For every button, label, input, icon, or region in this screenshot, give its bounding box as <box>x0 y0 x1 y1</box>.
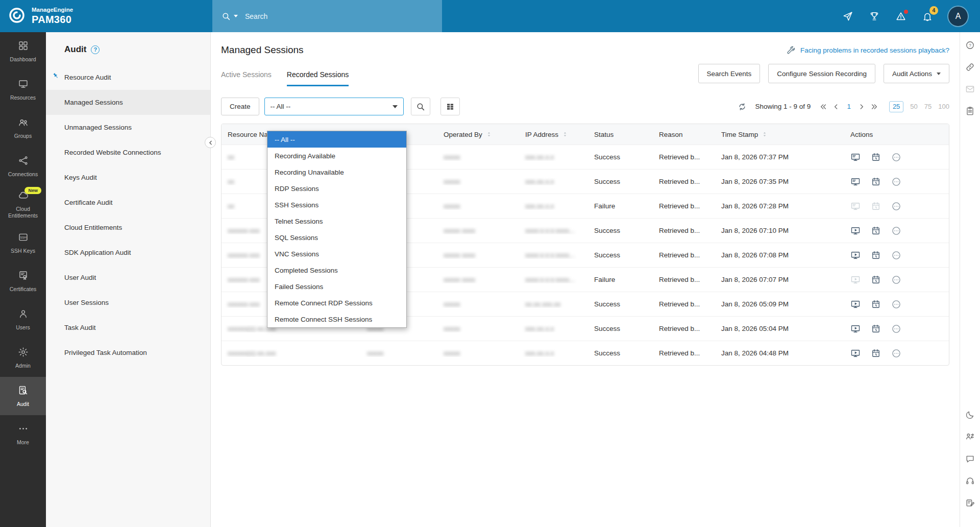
nav-item-admin[interactable]: Admin <box>0 339 46 377</box>
calendar-clock-icon[interactable] <box>871 299 881 309</box>
more-circle-icon[interactable] <box>891 152 901 162</box>
chat-icon[interactable] <box>965 454 975 464</box>
global-search-input[interactable]: Search <box>212 0 442 32</box>
user-avatar[interactable]: A <box>948 7 968 26</box>
page-size-75[interactable]: 75 <box>924 103 932 110</box>
configure-session-recording-button[interactable]: Configure Session Recording <box>768 64 875 83</box>
calendar-clock-icon[interactable] <box>871 177 881 187</box>
filter-option-remote-connect-ssh-sessions[interactable]: Remote Connect SSH Sessions <box>267 311 406 327</box>
refresh-icon[interactable] <box>738 102 747 111</box>
session-filter-select[interactable]: -- All -- <box>264 98 404 115</box>
audit-menu-item-unmanaged-sessions[interactable]: Unmanaged Sessions <box>46 115 210 140</box>
more-circle-icon[interactable] <box>891 299 901 309</box>
calendar-clock-icon[interactable] <box>871 275 881 285</box>
moon-icon[interactable] <box>965 410 975 420</box>
filter-option-recording-unavailable[interactable]: Recording Unavailable <box>267 164 406 180</box>
audit-menu-item-managed-sessions[interactable]: Managed Sessions <box>46 90 210 115</box>
trophy-icon[interactable] <box>869 11 880 22</box>
help-icon[interactable]: ? <box>91 45 100 54</box>
playback-help-link[interactable]: Facing problems in recorded sessions pla… <box>786 45 949 55</box>
filter-option-recording-available[interactable]: Recording Available <box>267 148 406 164</box>
nav-item-certificates[interactable]: Certificates <box>0 262 46 300</box>
first-page-icon[interactable] <box>819 103 827 111</box>
more-circle-icon[interactable] <box>891 348 901 358</box>
monitor-play-icon[interactable] <box>850 348 861 358</box>
clipboard-icon[interactable] <box>965 106 975 116</box>
more-circle-icon[interactable] <box>891 275 901 285</box>
headset-icon[interactable] <box>965 476 975 486</box>
user-flow-icon[interactable] <box>965 432 975 442</box>
create-button[interactable]: Create <box>221 98 259 115</box>
send-icon[interactable] <box>842 11 853 22</box>
current-page[interactable]: 1 <box>845 103 853 110</box>
nav-item-dashboard[interactable]: Dashboard <box>0 32 46 70</box>
sort-icon[interactable] <box>562 131 568 137</box>
more-circle-icon[interactable] <box>891 177 901 187</box>
collapse-panel-button[interactable] <box>205 137 216 148</box>
audit-menu-item-task-audit[interactable]: Task Audit <box>46 315 210 340</box>
question-icon[interactable]: ? <box>965 40 975 50</box>
audit-menu-item-user-sessions[interactable]: User Sessions <box>46 290 210 315</box>
filter-option-sql-sessions[interactable]: SQL Sessions <box>267 229 406 246</box>
audit-menu-item-cloud-entitlements[interactable]: Cloud Entitlements <box>46 215 210 240</box>
nav-item-connections[interactable]: Connections <box>0 147 46 185</box>
nav-item-audit[interactable]: Audit <box>0 377 46 415</box>
monitor-play-icon[interactable] <box>850 299 861 309</box>
audit-menu-item-privileged-task-automation[interactable]: Privileged Task Automation <box>46 340 210 365</box>
more-circle-icon[interactable] <box>891 226 901 236</box>
calendar-clock-icon[interactable] <box>871 152 881 162</box>
filter-option-telnet-sessions[interactable]: Telnet Sessions <box>267 213 406 229</box>
more-circle-icon[interactable] <box>891 324 901 334</box>
calendar-clock-icon[interactable] <box>871 348 881 358</box>
column-operated-by[interactable]: Operated By <box>437 131 519 138</box>
page-size-100[interactable]: 100 <box>938 103 949 110</box>
calendar-clock-icon[interactable] <box>871 250 881 260</box>
monitor-play-icon[interactable] <box>850 250 861 260</box>
filter-option-rdp-sessions[interactable]: RDP Sessions <box>267 180 406 197</box>
more-circle-icon[interactable] <box>891 250 901 260</box>
feedback-icon[interactable] <box>965 498 975 508</box>
filter-option-all[interactable]: -- All -- <box>267 131 406 148</box>
last-page-icon[interactable] <box>870 103 878 111</box>
audit-menu-item-keys-audit[interactable]: Keys Audit <box>46 165 210 190</box>
page-size-50[interactable]: 50 <box>910 103 917 110</box>
sort-icon[interactable] <box>762 131 768 137</box>
nav-item-users[interactable]: Users <box>0 300 46 339</box>
tab-recorded-sessions[interactable]: Recorded Sessions <box>287 70 349 86</box>
nav-item-groups[interactable]: Groups <box>0 109 46 147</box>
session-log-icon[interactable] <box>850 177 861 187</box>
filter-option-failed-sessions[interactable]: Failed Sessions <box>267 278 406 295</box>
alerts-icon[interactable] <box>895 11 906 22</box>
filter-option-ssh-sessions[interactable]: SSH Sessions <box>267 197 406 213</box>
nav-item-ssh-keys[interactable]: SSHSSH Keys <box>0 224 46 262</box>
audit-menu-item-resource-audit[interactable]: Resource Audit <box>46 65 210 90</box>
tab-active-sessions[interactable]: Active Sessions <box>221 70 272 86</box>
audit-actions-button[interactable]: Audit Actions <box>884 64 949 83</box>
sort-icon[interactable] <box>486 131 492 137</box>
column-ip-address[interactable]: IP Address <box>519 131 588 138</box>
audit-menu-item-user-audit[interactable]: User Audit <box>46 265 210 290</box>
mail-icon[interactable] <box>965 84 975 94</box>
calendar-clock-icon[interactable] <box>871 226 881 236</box>
nav-item-resources[interactable]: Resources <box>0 70 46 109</box>
page-size-25[interactable]: 25 <box>889 101 903 112</box>
monitor-play-icon[interactable] <box>850 324 861 334</box>
next-page-icon[interactable] <box>857 103 866 111</box>
notifications-bell-icon[interactable]: 4 <box>922 11 933 22</box>
search-events-button[interactable]: Search Events <box>698 64 761 83</box>
nav-item-more[interactable]: More <box>0 415 46 453</box>
more-circle-icon[interactable] <box>891 201 901 211</box>
column-view-button[interactable] <box>440 98 460 115</box>
prev-page-icon[interactable] <box>832 103 840 111</box>
audit-menu-item-certificate-audit[interactable]: Certificate Audit <box>46 190 210 215</box>
calendar-clock-icon[interactable] <box>871 324 881 334</box>
audit-menu-item-recorded-website-connections[interactable]: Recorded Website Connections <box>46 140 210 165</box>
filter-option-remote-connect-rdp-sessions[interactable]: Remote Connect RDP Sessions <box>267 295 406 311</box>
filter-option-vnc-sessions[interactable]: VNC Sessions <box>267 246 406 262</box>
nav-item-cloud-entitlements[interactable]: Cloud EntitlementsNew <box>0 185 46 224</box>
link-icon[interactable] <box>965 62 975 72</box>
monitor-play-icon[interactable] <box>850 226 861 236</box>
column-time-stamp[interactable]: Time Stamp <box>715 131 844 138</box>
audit-menu-item-sdk-application-audit[interactable]: SDK Application Audit <box>46 240 210 265</box>
search-button[interactable] <box>411 98 430 115</box>
